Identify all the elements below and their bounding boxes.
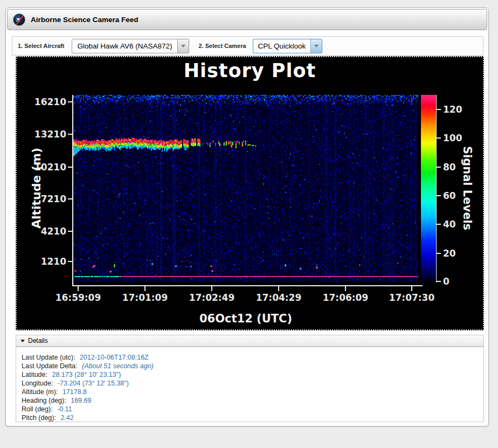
app-header: ✈ Airborne Science Camera Feed [7,9,487,30]
camera-select-value: CPL Quicklook [253,39,311,53]
detail-label: Longitude: [22,380,53,387]
y-axis-line [72,95,73,286]
detail-row: Pitch (deg): 2.42 [22,413,483,422]
detail-value: 28.173 (28° 10' 23.13") [52,371,121,378]
x-axis-tick [211,286,212,291]
details-toggle-header[interactable]: Details [16,335,484,347]
x-tick-label: 17:04:29 [256,292,302,303]
x-axis-tick [78,286,79,291]
y-tick-label: 13210 [24,129,66,139]
page: { "header": { "title": "Airborne Science… [0,0,498,448]
detail-label: Last Update Delta: [22,362,78,370]
detail-row: Roll (deg): -0.11 [22,405,483,413]
app-title: Airborne Science Camera Feed [31,16,139,24]
y-axis-title: Altitude (m) [30,148,43,229]
colorbar-tick-label: 40 [443,219,456,229]
x-axis-tick [144,286,146,291]
x-axis-tick [278,286,279,291]
detail-row: Latitude: 28.173 (28° 10' 23.13") [22,370,483,379]
colorbar-tick [436,253,441,254]
x-axis-tick [345,286,346,291]
detail-value: (About 51 seconds ago) [82,362,154,370]
detail-value: 2.42 [60,414,73,422]
signal-colorbar [421,95,436,282]
detail-row: Longitude: -73.204 (73° 12' 15.38") [22,379,483,388]
detail-value: 169.69 [71,397,91,404]
colorbar-axis-line [436,95,437,282]
chevron-down-icon [181,45,185,47]
x-axis-tick [411,286,412,291]
x-tick-label: 17:01:09 [122,292,168,303]
y-tick-label: 1210 [24,257,66,266]
x-axis-title: 06Oct12 (UTC) [72,312,419,325]
aircraft-select-label: 1. Select Aircraft [18,43,64,49]
x-tick-label: 17:06:09 [323,292,369,303]
aircraft-select-value: Global Hawk AV6 (NASA872) [72,39,177,53]
details-panel: Last Update (utc): 2012-10-06T17:08:16Z … [16,347,484,422]
collapse-triangle-icon [20,340,25,342]
colorbar-tick-label: 0 [443,277,449,286]
detail-label: Roll (deg): [22,405,53,413]
colorbar-tick [436,281,441,282]
plot-title: History Plot [17,60,483,81]
airborne-science-logo-icon: ✈ [13,13,25,26]
x-tick-label: 16:59:09 [56,292,101,303]
chevron-down-icon [314,45,319,47]
colorbar-tick [436,167,441,168]
y-tick-label: 16210 [24,97,66,107]
details-header-label: Details [28,337,48,344]
detail-label: Heading (deg): [22,397,66,404]
camera-select-dropdown-button[interactable] [310,39,322,53]
detail-label: Last Update (utc): [22,354,75,361]
x-axis-line [72,285,423,286]
detail-row: Heading (deg): 169.69 [22,396,483,405]
aircraft-select[interactable]: Global Hawk AV6 (NASA872) [72,39,189,53]
detail-value: 17178.8 [63,388,87,396]
x-tick-label: 17:02:49 [189,292,235,303]
camera-select[interactable]: CPL Quicklook [253,39,323,53]
x-tick-label: 17:07:30 [389,292,435,303]
colorbar-tick-label: 120 [443,105,462,114]
detail-value: 2012-10-06T17:08:16Z [80,354,149,361]
detail-row: Last Update (utc): 2012-10-06T17:08:16Z [22,353,483,362]
colorbar-tick-label: 100 [443,133,462,143]
y-axis-tick [68,167,72,168]
detail-value: -73.204 (73° 12' 15.38") [58,380,129,387]
history-plot-image: History Plot 16210 13210 10210 7210 4210… [16,56,484,330]
y-axis-tick [68,261,72,262]
colorbar-tick-label: 20 [443,249,456,258]
detail-value: -0.11 [57,405,72,413]
main-panel: ✈ Airborne Science Camera Feed 1. Select… [5,8,489,426]
colorbar-tick [436,224,441,225]
colorbar-tick [436,137,441,139]
detail-label: Pitch (deg): [22,414,56,422]
y-axis-tick [68,231,72,232]
y-axis-tick [68,101,72,102]
aircraft-select-dropdown-button[interactable] [177,39,189,53]
history-heatmap [73,95,418,282]
y-axis-tick [68,198,72,199]
detail-row: Altitude (m): 17178.8 [22,388,483,396]
colorbar-title: Signal Levels [461,146,474,230]
colorbar-tick [436,109,441,110]
detail-label: Latitude: [22,371,47,378]
selection-toolbar: 1. Select Aircraft Global Hawk AV6 (NASA… [12,36,483,56]
colorbar-tick-label: 80 [443,162,456,172]
colorbar-tick-label: 60 [443,191,456,201]
colorbar-tick [436,195,441,196]
detail-label: Altitude (m): [22,388,58,396]
camera-select-label: 2. Select Camera [199,43,246,49]
detail-row: Last Update Delta: (About 51 seconds ago… [22,362,483,370]
y-axis-tick [68,134,72,135]
